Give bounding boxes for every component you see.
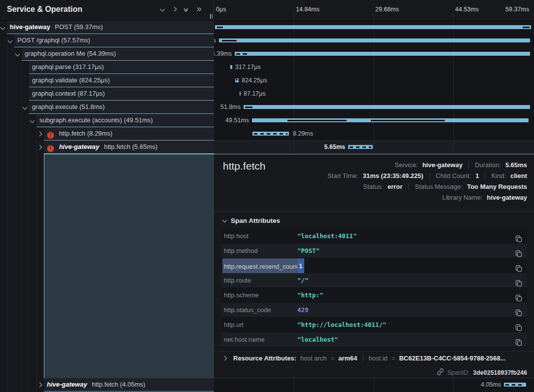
span-label: graphql.context (87.17μs)	[32, 90, 105, 97]
span-row-http-fetch-5ms-selected[interactable]: ! hive-gateway http.fetch (5.65ms)	[44, 141, 214, 154]
timeline-row: 49.51ms	[214, 114, 534, 127]
attribute-row: http.route "/"	[221, 273, 527, 288]
attribute-row: http.host "localhost:4011"	[221, 229, 527, 244]
copy-icon[interactable]	[515, 248, 522, 254]
link-icon[interactable]	[437, 368, 444, 377]
span-bar[interactable]	[235, 52, 530, 56]
span-row-post-graphql[interactable]: POST /graphql (57.57ms)	[14, 34, 214, 47]
span-tree: hive-gateway POST (59.37ms) POST /graphq…	[0, 21, 214, 392]
chevron-down-icon[interactable]	[8, 38, 13, 43]
timeline-row: 4.05ms	[214, 378, 534, 392]
chevron-right-icon[interactable]	[37, 383, 42, 388]
span-row-graphql-parse[interactable]: graphql.parse (317.17μs)	[29, 61, 214, 74]
attribute-key: http.status_code	[224, 303, 271, 318]
duration-label: 87.17μs	[244, 87, 266, 101]
resource-value: BC62E13B-C4CC-5854-9788-2568...	[399, 355, 505, 362]
copy-icon[interactable]	[515, 321, 522, 328]
resource-key: host.id	[369, 355, 388, 362]
span-bar[interactable]	[244, 105, 530, 109]
meta-value: client	[510, 172, 527, 179]
chevron-down-icon[interactable]	[23, 105, 28, 110]
timeline-row: 317.17μs	[214, 61, 534, 74]
duration-label: 49.51ms	[225, 114, 249, 127]
attribute-value: 1	[297, 258, 304, 274]
span-label: graphql.execute (51.8ms)	[32, 103, 105, 110]
attribute-row: http.scheme "http:"	[221, 288, 527, 303]
tick-label: 0μs	[216, 6, 226, 13]
collapse-all-icon[interactable]	[184, 7, 187, 11]
span-row-graphql-operation[interactable]: graphql.operation Me (54.39ms)	[22, 47, 214, 61]
span-row-subgraph-execute[interactable]: subgraph.execute (accounts) (49.51ms)	[36, 114, 214, 127]
resource-attributes-title: Resource Attributes:	[233, 355, 296, 362]
chevron-down-icon	[222, 218, 227, 223]
tick-label: 29.68ms	[375, 6, 399, 13]
copy-icon[interactable]	[515, 233, 522, 240]
attribute-value: "/"	[297, 273, 309, 288]
attributes-table: http.host "localhost:4011" http.method "…	[221, 229, 527, 347]
attribute-value: "http://localhost:4011/"	[297, 318, 387, 332]
chevron-right-icon[interactable]	[37, 132, 42, 137]
copy-icon[interactable]	[515, 307, 522, 314]
equals-sign: =	[331, 355, 335, 362]
span-label: graphql.validate (824.25μs)	[32, 76, 110, 84]
service-name: hive-gateway	[59, 143, 100, 150]
duration-label: 54.39ms	[214, 47, 232, 61]
chevron-down-icon[interactable]	[0, 25, 5, 30]
span-label: graphql.operation Me (54.39ms)	[25, 50, 116, 57]
chevron-right-icon[interactable]	[37, 145, 42, 150]
span-attributes-section-header[interactable]: Span Attributes	[223, 217, 280, 224]
span-label: POST (59.37ms)	[55, 23, 103, 31]
timeline-row: 8.29ms	[214, 127, 534, 141]
meta-label: Library Name:	[442, 194, 483, 201]
copy-icon[interactable]	[515, 277, 522, 284]
span-row-http-fetch-4ms[interactable]: hive-gateway http.fetch (4.05ms)	[44, 378, 214, 392]
span-row-http-fetch-8ms[interactable]: ! http.fetch (8.29ms)	[44, 127, 214, 141]
tick-label: 44.53ms	[455, 6, 479, 13]
chevron-down-icon[interactable]	[15, 52, 20, 57]
meta-label: Status:	[363, 183, 383, 190]
attribute-key: http.scheme	[224, 288, 259, 303]
copy-icon[interactable]	[515, 336, 522, 343]
selected-span-expanded-area	[44, 154, 214, 378]
span-label: graphql.parse (317.17μs)	[32, 63, 104, 71]
panel-title: Service & Operation	[7, 5, 82, 14]
meta-value: hive-gateway	[487, 194, 527, 201]
resource-attributes-row[interactable]: Resource Attributes: host.arch = arm64 h…	[221, 355, 527, 362]
meta-label: Kind:	[491, 172, 506, 179]
service-name: hive-gateway	[47, 381, 87, 388]
duration-label: 5.65ms	[324, 141, 345, 154]
span-title: http.fetch	[223, 160, 265, 172]
copy-icon[interactable]	[515, 292, 522, 299]
span-label: http.fetch (8.29ms)	[59, 130, 112, 137]
span-bar[interactable]	[230, 65, 232, 69]
attribute-row: http.method "POST"	[221, 244, 527, 258]
timeline-row: 57.57ms	[214, 34, 534, 47]
copy-icon[interactable]	[515, 262, 522, 269]
attribute-row: net.host.name "localhost"	[221, 332, 527, 347]
expand-one-icon[interactable]	[172, 7, 177, 12]
panel-resize-handle[interactable]	[210, 14, 213, 19]
tick-label: 14.84ms	[296, 6, 320, 13]
chevron-down-icon[interactable]	[30, 118, 35, 123]
expand-all-icon[interactable]	[196, 8, 201, 11]
span-row-graphql-validate[interactable]: graphql.validate (824.25μs)	[29, 74, 214, 87]
attribute-value: "POST"	[297, 244, 320, 258]
span-row-hive-gateway-post[interactable]: hive-gateway POST (59.37ms)	[7, 21, 214, 34]
error-icon: !	[47, 145, 54, 152]
span-row-graphql-execute[interactable]: graphql.execute (51.8ms)	[29, 101, 214, 114]
spanid-label: SpanID:	[447, 369, 469, 376]
attribute-row: http.url "http://localhost:4011/"	[221, 318, 527, 332]
span-bar[interactable]	[215, 25, 531, 29]
span-attributes-title: Span Attributes	[231, 217, 280, 224]
tree-panel-header: Service & Operation	[0, 0, 214, 21]
span-bar[interactable]	[240, 92, 241, 96]
collapse-one-icon[interactable]	[160, 7, 165, 12]
trace-viewer: Service & Operation 0μs 14.84ms 29.68ms …	[0, 0, 534, 392]
attribute-key: net.host.name	[224, 332, 264, 347]
meta-value: 1	[475, 172, 479, 179]
span-row-graphql-context[interactable]: graphql.context (87.17μs)	[29, 87, 214, 101]
duration-label: 317.17μs	[235, 61, 261, 74]
timeline-row: 87.17μs	[214, 87, 534, 101]
span-bar[interactable]	[219, 38, 530, 42]
timeline-header: 0μs 14.84ms 29.68ms 44.53ms 59.37ms	[214, 0, 534, 21]
